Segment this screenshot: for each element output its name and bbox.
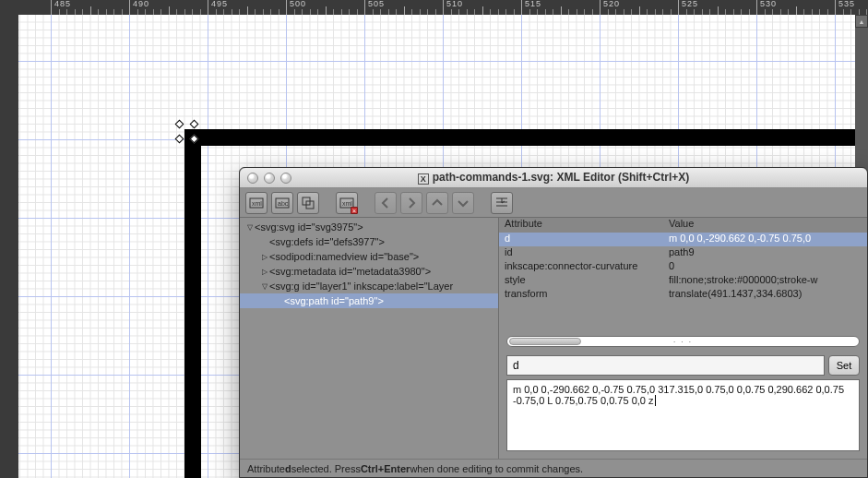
prev-button[interactable] <box>375 192 397 214</box>
window-title: Xpath-commands-1.svg: XML Editor (Shift+… <box>240 171 867 185</box>
attr-value-textarea[interactable]: m 0,0 0,-290.662 0,-0.75 0.75,0 317.315,… <box>506 379 860 451</box>
attribute-row[interactable]: transformtranslate(491.1437,334.6803) <box>499 288 867 302</box>
attribute-name: transform <box>499 288 665 302</box>
delete-node-button[interactable]: xml × <box>336 192 358 214</box>
tree-row[interactable]: <svg:defs id="defs3977"> <box>240 234 498 249</box>
text-caret <box>655 395 656 406</box>
triangle-down-icon[interactable]: ▽ <box>245 223 255 232</box>
attribute-name: style <box>499 274 665 288</box>
tree-node-label: <svg:path id="path9"> <box>284 295 384 306</box>
tree-node-label: <svg:metadata id="metadata3980"> <box>269 266 431 277</box>
triangle-right-icon[interactable]: ▷ <box>260 253 269 261</box>
tree-row[interactable]: <svg:path id="path9"> <box>240 293 498 308</box>
attribute-name: id <box>499 246 665 260</box>
new-text-button[interactable]: abc <box>271 192 293 214</box>
attribute-name: d <box>499 233 665 246</box>
ruler-vertical <box>0 15 18 478</box>
tree-node-label: <sodipodi:namedview id="base"> <box>269 251 419 262</box>
delete-x-icon: × <box>351 207 358 214</box>
x-icon: X <box>418 173 429 185</box>
svg-text:abc: abc <box>278 200 289 207</box>
ruler-horizontal: 485490495500505510515520525530535 <box>18 0 868 15</box>
attribute-value: fill:none;stroke:#000000;stroke-w <box>665 274 867 288</box>
node-handle[interactable] <box>175 135 184 144</box>
indent-button[interactable] <box>491 192 513 214</box>
attr-hscroll[interactable]: · · · <box>499 334 867 348</box>
triangle-down-icon[interactable]: ▽ <box>260 282 269 291</box>
status-bar: Attribute d selected. Press Ctrl+Enter w… <box>240 459 867 477</box>
tree-row[interactable]: ▷<sodipodi:namedview id="base"> <box>240 249 498 264</box>
attribute-value: translate(491.1437,334.6803) <box>665 288 867 302</box>
xml-editor-dialog: Xpath-commands-1.svg: XML Editor (Shift+… <box>239 167 868 478</box>
next-button[interactable] <box>400 192 422 214</box>
titlebar[interactable]: Xpath-commands-1.svg: XML Editor (Shift+… <box>240 168 867 188</box>
attr-name-input[interactable] <box>506 355 825 376</box>
xml-tree[interactable]: ▽<svg:svg id="svg3975"><svg:defs id="def… <box>240 218 499 459</box>
triangle-right-icon[interactable]: ▷ <box>260 268 269 276</box>
node-handle[interactable] <box>175 120 184 129</box>
scroll-up-button[interactable]: ▲ <box>855 15 868 28</box>
path-shape[interactable] <box>184 129 868 146</box>
tree-node-label: <svg:g id="layer1" inkscape:label="Layer <box>269 281 453 292</box>
attribute-value: m 0,0 0,-290.662 0,-0.75 0.75,0 <box>665 233 867 246</box>
duplicate-node-button[interactable] <box>297 192 319 214</box>
svg-text:xml: xml <box>342 200 352 207</box>
attribute-value: path9 <box>665 246 867 260</box>
attribute-row[interactable]: stylefill:none;stroke:#000000;stroke-w <box>499 274 867 288</box>
attribute-row[interactable]: idpath9 <box>499 246 867 260</box>
move-down-button[interactable] <box>452 192 474 214</box>
ruler-corner <box>0 0 18 15</box>
attribute-name: inkscape:connector-curvature <box>499 260 665 274</box>
tree-row[interactable]: ▷<svg:metadata id="metadata3980"> <box>240 264 498 279</box>
new-element-button[interactable]: xml <box>245 192 268 214</box>
attribute-list[interactable]: dm 0,0 0,-290.662 0,-0.75 0.75,0idpath9i… <box>499 233 867 334</box>
node-handle[interactable] <box>190 120 199 129</box>
attribute-row[interactable]: dm 0,0 0,-290.662 0,-0.75 0.75,0 <box>499 233 867 246</box>
svg-text:xml: xml <box>252 200 262 207</box>
tree-row[interactable]: ▽<svg:svg id="svg3975"> <box>240 220 498 234</box>
move-up-button[interactable] <box>426 192 448 214</box>
set-button[interactable]: Set <box>828 355 860 376</box>
attribute-value: 0 <box>665 260 867 274</box>
tree-row[interactable]: ▽<svg:g id="layer1" inkscape:label="Laye… <box>240 279 498 293</box>
attribute-row[interactable]: inkscape:connector-curvature0 <box>499 260 867 274</box>
attribute-header: Attribute Value <box>499 218 867 233</box>
toolbar: xml abc xml × <box>240 188 867 218</box>
tree-node-label: <svg:svg id="svg3975"> <box>255 221 363 233</box>
tree-node-label: <svg:defs id="defs3977"> <box>269 236 385 247</box>
path-shape[interactable] <box>184 129 201 478</box>
